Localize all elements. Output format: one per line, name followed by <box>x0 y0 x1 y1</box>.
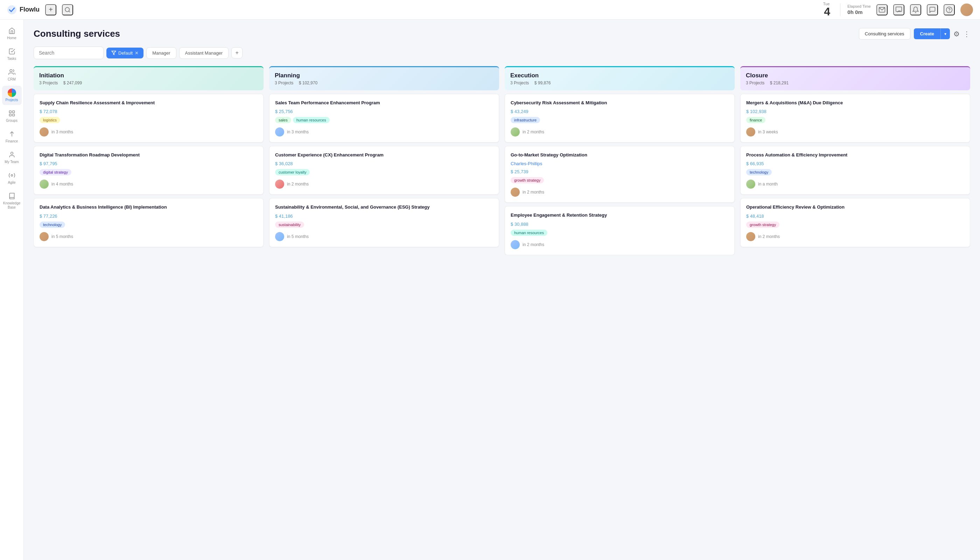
card-title: Sustainability & Environmental, Social, … <box>275 204 493 210</box>
sidebar-item-crm[interactable]: CRM <box>2 65 22 84</box>
sidebar-item-groups[interactable]: Groups <box>2 107 22 126</box>
card-amount: $ 41,186 <box>275 213 493 219</box>
initiation-total: $ 247,099 <box>63 80 82 85</box>
crm-icon <box>8 68 16 76</box>
tag-sustainability[interactable]: sustainability <box>275 222 304 228</box>
chat-button[interactable] <box>893 4 904 15</box>
card-time: in 5 months <box>287 234 309 239</box>
card-time: in a month <box>758 182 778 187</box>
help-button[interactable] <box>943 4 955 15</box>
topnav-icons <box>877 3 973 16</box>
card-title: Customer Experience (CX) Enhancement Pro… <box>275 152 493 158</box>
logo[interactable]: Flowlu <box>7 5 40 15</box>
tag-growth-strategy[interactable]: growth strategy <box>746 222 780 228</box>
breadcrumb-button[interactable]: Consulting services <box>859 28 910 40</box>
card-footer: in 3 weeks <box>746 127 964 137</box>
card-tags: growth strategy <box>511 177 729 183</box>
svg-point-0 <box>7 5 17 14</box>
tag-customer-loyalty[interactable]: customer loyalty <box>275 169 310 175</box>
tag-logistics[interactable]: logistics <box>40 117 60 123</box>
card-person-link[interactable]: Charles-Phillips <box>511 161 729 166</box>
assistant-manager-filter-button[interactable]: Assistant Manager <box>179 47 229 59</box>
create-dropdown-button[interactable]: ▾ <box>940 28 950 39</box>
tag-digital-strategy[interactable]: digital strategy <box>40 169 72 175</box>
card-data-analytics: Data Analytics & Business Intelligence (… <box>33 198 263 247</box>
tag-growth-strategy[interactable]: growth strategy <box>511 177 544 183</box>
svg-point-1 <box>65 7 69 12</box>
sidebar-item-finance[interactable]: Finance <box>2 127 22 146</box>
card-amount: $ 25,739 <box>511 169 729 174</box>
column-header-closure: Closure 3 Projects $ 218,291 <box>740 66 970 90</box>
search-input[interactable] <box>33 47 103 59</box>
tasks-icon <box>8 47 16 56</box>
sidebar-item-home[interactable]: Home <box>2 24 22 43</box>
projects-icon <box>8 88 16 97</box>
tag-sales[interactable]: sales <box>275 117 291 123</box>
card-footer: in 2 months <box>746 232 964 241</box>
initiation-meta: 3 Projects $ 247,099 <box>39 80 258 85</box>
tag-infrastructure[interactable]: infrastructure <box>511 117 540 123</box>
topnav-divider <box>840 3 840 16</box>
my-team-icon <box>8 150 16 159</box>
more-options-button[interactable]: ⋮ <box>963 30 970 38</box>
sidebar-item-projects[interactable]: Projects <box>2 86 22 105</box>
tag-finance[interactable]: finance <box>746 117 765 123</box>
sidebar-home-label: Home <box>7 36 17 40</box>
card-avatar <box>40 127 48 137</box>
page-header: Consulting services Consulting services … <box>33 28 970 40</box>
card-time: in 2 months <box>758 234 780 239</box>
card-amount: $ 102,938 <box>746 109 964 114</box>
home-icon <box>8 27 16 35</box>
sidebar-tasks-label: Tasks <box>7 57 17 61</box>
card-time: in 4 months <box>52 182 73 187</box>
add-button[interactable]: + <box>45 4 57 15</box>
card-footer: in 2 months <box>275 180 493 188</box>
user-avatar[interactable] <box>960 3 973 16</box>
initiation-title: Initiation <box>39 72 258 79</box>
svg-point-4 <box>947 7 952 13</box>
card-amount: $ 36,028 <box>275 161 493 166</box>
card-tags: human resources <box>511 230 729 236</box>
card-amount: $ 43,249 <box>511 109 729 114</box>
tag-technology[interactable]: technology <box>40 222 65 228</box>
card-amount: $ 72,078 <box>40 109 258 114</box>
global-search-button[interactable] <box>62 4 73 15</box>
settings-button[interactable]: ⚙ <box>953 30 960 38</box>
tag-human-resources[interactable]: human resources <box>293 117 330 123</box>
default-filter-close[interactable]: ✕ <box>135 50 138 56</box>
sidebar-item-tasks[interactable]: Tasks <box>2 45 22 64</box>
svg-point-13 <box>11 175 13 177</box>
card-avatar <box>746 127 755 137</box>
card-title: Sales Team Performance Enhancement Progr… <box>275 100 493 106</box>
card-tags: growth strategy <box>746 222 964 228</box>
card-title: Operational Efficiency Review & Optimiza… <box>746 204 964 210</box>
card-time: in 2 months <box>523 190 544 195</box>
sidebar-my-team-label: My Team <box>5 160 18 164</box>
card-time: in 5 months <box>52 234 73 239</box>
email-button[interactable] <box>877 4 888 15</box>
manager-filter-button[interactable]: Manager <box>146 47 176 59</box>
execution-meta: 3 Projects $ 99,876 <box>510 80 729 85</box>
sidebar-item-knowledge-base[interactable]: Knowledge Base <box>2 189 22 212</box>
tag-technology[interactable]: technology <box>746 169 772 175</box>
default-filter-button[interactable]: Default ✕ <box>107 48 143 58</box>
comments-button[interactable] <box>927 4 938 15</box>
sidebar-item-agile[interactable]: Agile <box>2 168 22 188</box>
create-button[interactable]: Create <box>914 28 940 39</box>
card-title: Process Automation & Efficiency Improvem… <box>746 152 964 158</box>
card-tags: finance <box>746 117 964 123</box>
card-title: Employee Engagement & Retention Strategy <box>511 212 729 218</box>
planning-meta: 3 Projects $ 102,970 <box>275 80 493 85</box>
card-tags: infrastructure <box>511 117 729 123</box>
sidebar-projects-label: Projects <box>5 98 18 102</box>
closure-meta: 3 Projects $ 218,291 <box>746 80 965 85</box>
card-tags: technology <box>40 222 258 228</box>
tag-human-resources[interactable]: human resources <box>511 230 547 236</box>
notifications-button[interactable] <box>910 4 921 15</box>
sidebar-item-my-team[interactable]: My Team <box>2 148 22 167</box>
add-filter-button[interactable]: + <box>232 47 243 58</box>
card-footer: in 3 months <box>275 127 493 137</box>
initiation-count: 3 Projects <box>39 80 58 85</box>
svg-point-12 <box>10 152 13 155</box>
planning-total: $ 102,970 <box>299 80 317 85</box>
